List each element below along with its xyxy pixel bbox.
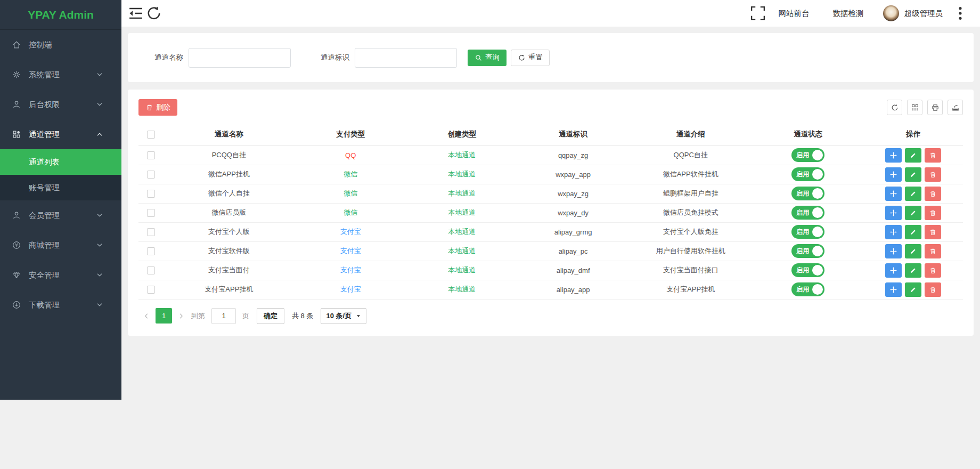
confirm-page-button[interactable]: 确定 bbox=[257, 308, 284, 324]
table-row: 微信APP挂机微信本地通道wxpay_app微信APP软件挂机启用 bbox=[138, 165, 963, 184]
next-page-button[interactable] bbox=[175, 309, 187, 324]
cell-code: alipay_grmg bbox=[518, 222, 629, 241]
move-icon bbox=[889, 228, 897, 236]
delete-row-button[interactable] bbox=[925, 187, 941, 201]
delete-row-button[interactable] bbox=[925, 148, 941, 163]
table-row: 微信个人自挂微信本地通道wxpay_zg鲲鹏框架用户自挂启用 bbox=[138, 184, 963, 203]
refresh-page-icon[interactable] bbox=[145, 4, 163, 22]
prev-page-button[interactable] bbox=[141, 309, 152, 324]
sidebar-item-label: 系统管理 bbox=[29, 70, 95, 80]
goto-page-input[interactable] bbox=[211, 308, 236, 324]
edit-row-button[interactable] bbox=[905, 167, 921, 182]
sidebar-subitem-account[interactable]: 账号管理 bbox=[0, 175, 121, 200]
move-row-button[interactable] bbox=[885, 187, 902, 201]
edit-row-button[interactable] bbox=[905, 206, 921, 220]
frontend-link[interactable]: 网站前台 bbox=[779, 9, 810, 19]
move-row-button[interactable] bbox=[885, 225, 902, 239]
move-row-button[interactable] bbox=[885, 148, 902, 163]
status-toggle[interactable]: 启用 bbox=[791, 263, 824, 277]
avatar[interactable] bbox=[883, 5, 899, 21]
status-toggle[interactable]: 启用 bbox=[791, 148, 824, 162]
delete-button[interactable]: 删除 bbox=[138, 99, 177, 116]
edit-row-button[interactable] bbox=[905, 187, 921, 201]
toggle-knob bbox=[812, 284, 823, 295]
page-1-button[interactable]: 1 bbox=[156, 308, 172, 324]
move-row-button[interactable] bbox=[885, 244, 902, 258]
sidebar-item-system[interactable]: 系统管理 bbox=[0, 60, 121, 90]
search-icon bbox=[475, 54, 483, 62]
cell-name: 支付宝APP挂机 bbox=[163, 280, 295, 299]
channel-code-input[interactable] bbox=[355, 48, 457, 68]
refresh-table-button[interactable] bbox=[887, 100, 902, 115]
row-checkbox[interactable] bbox=[147, 247, 155, 255]
delete-row-button[interactable] bbox=[925, 282, 941, 297]
move-row-button[interactable] bbox=[885, 282, 902, 297]
edit-row-button[interactable] bbox=[905, 282, 921, 297]
channel-name-input[interactable] bbox=[189, 48, 291, 68]
columns-filter-button[interactable] bbox=[907, 100, 922, 115]
cell-name: 支付宝软件版 bbox=[163, 241, 295, 261]
home-icon bbox=[12, 40, 21, 50]
table-row: PCQQ自挂QQ本地通道qqpay_zgQQPC自挂启用 bbox=[138, 145, 963, 165]
row-checkbox[interactable] bbox=[147, 209, 155, 217]
print-button[interactable] bbox=[927, 100, 943, 115]
delete-row-button[interactable] bbox=[925, 206, 941, 220]
sidebar-item-control[interactable]: 控制端 bbox=[0, 30, 121, 60]
sidebar-submenu: 通道列表账号管理 bbox=[0, 149, 121, 200]
cell-name: 微信个人自挂 bbox=[163, 184, 295, 203]
sidebar-item-member[interactable]: 会员管理 bbox=[0, 200, 121, 230]
delete-row-button[interactable] bbox=[925, 167, 941, 182]
print-icon bbox=[931, 103, 940, 112]
sidebar-item-channel[interactable]: 通道管理 bbox=[0, 119, 121, 149]
sidebar-item-permission[interactable]: 后台权限 bbox=[0, 90, 121, 119]
cell-code: qqpay_zg bbox=[518, 145, 629, 165]
select-all-checkbox[interactable] bbox=[147, 131, 155, 139]
delete-row-button[interactable] bbox=[925, 263, 941, 278]
sidebar-subitem-channel-list[interactable]: 通道列表 bbox=[0, 149, 121, 175]
move-row-button[interactable] bbox=[885, 263, 902, 278]
row-operations bbox=[864, 225, 963, 239]
sidebar: YPAY Admin 控制端系统管理后台权限通道管理通道列表账号管理会员管理商城… bbox=[0, 0, 121, 400]
edit-row-button[interactable] bbox=[905, 148, 921, 163]
cell-create-type: 本地通道 bbox=[406, 203, 518, 222]
row-checkbox[interactable] bbox=[147, 171, 155, 179]
data-check-link[interactable]: 数据检测 bbox=[833, 9, 864, 19]
cell-operations bbox=[864, 203, 963, 222]
sidebar-item-mall[interactable]: 商城管理 bbox=[0, 230, 121, 260]
username[interactable]: 超级管理员 bbox=[904, 9, 943, 19]
collapse-sidebar-icon[interactable] bbox=[127, 4, 145, 22]
edit-row-button[interactable] bbox=[905, 244, 921, 258]
move-row-button[interactable] bbox=[885, 206, 902, 220]
status-toggle-label: 启用 bbox=[796, 208, 809, 217]
status-toggle[interactable]: 启用 bbox=[791, 187, 824, 200]
status-toggle[interactable]: 启用 bbox=[791, 282, 824, 296]
chevron-up-icon bbox=[95, 130, 104, 139]
status-toggle[interactable]: 启用 bbox=[791, 225, 824, 239]
export-button[interactable] bbox=[948, 100, 963, 115]
move-row-button[interactable] bbox=[885, 167, 902, 182]
sidebar-item-label: 通道管理 bbox=[29, 130, 95, 140]
status-toggle[interactable]: 启用 bbox=[791, 167, 824, 181]
delete-row-button[interactable] bbox=[925, 225, 941, 239]
query-button[interactable]: 查询 bbox=[468, 50, 507, 66]
table-row: 微信店员版微信本地通道wxpay_dy微信店员免挂模式启用 bbox=[138, 203, 963, 222]
row-checkbox[interactable] bbox=[147, 266, 155, 274]
row-checkbox[interactable] bbox=[147, 151, 155, 159]
sidebar-item-label: 安全管理 bbox=[29, 270, 95, 280]
status-toggle[interactable]: 启用 bbox=[791, 244, 824, 258]
row-checkbox[interactable] bbox=[147, 228, 155, 236]
edit-row-button[interactable] bbox=[905, 225, 921, 239]
row-checkbox[interactable] bbox=[147, 286, 155, 294]
status-toggle[interactable]: 启用 bbox=[791, 206, 824, 220]
delete-row-button[interactable] bbox=[925, 244, 941, 258]
row-checkbox[interactable] bbox=[147, 190, 155, 198]
more-menu-icon[interactable] bbox=[951, 4, 969, 22]
sidebar-item-security[interactable]: 安全管理 bbox=[0, 260, 121, 290]
sidebar-item-download[interactable]: 下载管理 bbox=[0, 290, 121, 320]
reset-button[interactable]: 重置 bbox=[511, 50, 550, 66]
edit-row-button[interactable] bbox=[905, 263, 921, 278]
fullscreen-icon[interactable] bbox=[749, 4, 767, 22]
cell-intro: 支付宝当面付接口 bbox=[629, 261, 753, 280]
cell-checkbox bbox=[138, 184, 163, 203]
page-size-select[interactable]: 10 条/页 bbox=[321, 308, 366, 324]
